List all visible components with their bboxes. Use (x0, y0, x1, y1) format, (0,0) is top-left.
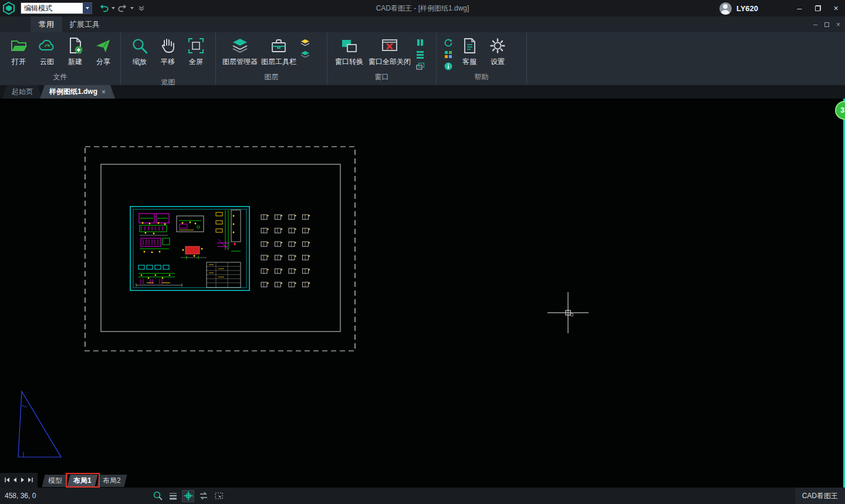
settings-button[interactable]: 设置 (484, 35, 512, 66)
edit-mode-value: 编辑模式 (21, 4, 83, 13)
group-label-help: 帮助 (437, 72, 526, 85)
doc-tab-close-icon[interactable]: × (102, 88, 106, 96)
doc-tab-start-page[interactable]: 起始页 (2, 85, 42, 99)
printable-area-dashed-border (85, 147, 355, 351)
status-zoom-icon[interactable] (151, 490, 164, 502)
ribbon-tab-bar: 常用 扩展工具 – × (0, 16, 845, 32)
layout-tab-bar: 模型 布局1 布局2 (0, 473, 125, 488)
pan-button[interactable]: 平移 (154, 35, 182, 66)
open-button[interactable]: 打开 (5, 35, 33, 66)
redo-dropdown-icon[interactable] (129, 2, 135, 14)
redo-button[interactable] (117, 2, 129, 14)
layer-on-icon[interactable] (299, 38, 311, 48)
fullscreen-icon (186, 35, 206, 56)
layout-tab-nav (0, 473, 38, 488)
prev-tab-button[interactable] (11, 475, 18, 486)
layer-off-icon[interactable] (299, 49, 311, 59)
more-apps-icon[interactable] (442, 49, 454, 59)
cloud-drawing-icon (37, 35, 57, 56)
open-folder-icon (9, 35, 29, 56)
username: LY620 (736, 4, 758, 13)
new-file-icon (65, 35, 85, 56)
combo-dropdown-icon[interactable] (83, 3, 92, 13)
user-avatar-icon (719, 2, 732, 15)
customize-toolbar-icon[interactable] (136, 2, 147, 14)
ribbon-group-file: 打开 云图 新建 分享 (0, 32, 121, 85)
pan-hand-icon (158, 35, 178, 56)
layer-mini-buttons (299, 35, 311, 59)
app-window: 编辑模式 CAD看图王 - [样例图纸1.dwg] LY620 – × (0, 0, 845, 504)
drawing-content (136, 210, 241, 287)
share-button[interactable]: 分享 (89, 35, 117, 66)
ribbon-group-layer: 图层管理器 图层工具栏 图层 (216, 32, 327, 85)
zoom-button[interactable]: 缩放 (126, 35, 154, 77)
customer-service-button[interactable]: 客服 (455, 35, 484, 66)
cascade-windows-icon[interactable] (414, 61, 426, 71)
ribbon-restore-icon[interactable] (824, 22, 829, 27)
cad-drawing-svg (0, 99, 845, 488)
check-update-icon[interactable] (442, 38, 454, 48)
drawing-canvas[interactable]: 33 (0, 99, 845, 488)
symbol-grid (261, 215, 310, 287)
restore-icon (815, 5, 821, 11)
new-file-button[interactable]: 新建 (61, 35, 89, 66)
ribbon-window-controls: – × (813, 16, 840, 32)
layout-tab-model[interactable]: 模型 (42, 475, 68, 487)
layer-manager-button[interactable]: 图层管理器 (221, 35, 259, 66)
layout-tab-layout1[interactable]: 布局1 (67, 475, 97, 487)
window-close-all-icon (380, 35, 400, 56)
settings-gear-icon (488, 35, 508, 56)
window-switch-button[interactable]: 窗口转换 (332, 35, 366, 66)
fullscreen-button[interactable]: 全屏 (182, 35, 210, 66)
help-mini-buttons (442, 35, 454, 71)
crosshair-cursor (547, 292, 589, 333)
window-tile-buttons (414, 35, 426, 71)
last-tab-button[interactable] (27, 475, 34, 486)
quick-access-toolbar (98, 2, 147, 14)
cloud-drawing-button[interactable]: 云图 (33, 35, 61, 66)
chevron-down-icon[interactable] (138, 66, 141, 77)
undo-button[interactable] (98, 2, 110, 14)
layer-manager-icon (230, 35, 250, 56)
restore-button[interactable] (809, 0, 827, 16)
layer-toolbar-button[interactable]: 图层工具栏 (259, 35, 298, 66)
next-tab-button[interactable] (19, 475, 26, 486)
statusbar-tools (151, 488, 225, 504)
ribbon: 打开 云图 新建 分享 (0, 32, 845, 85)
ribbon-group-window: 窗口转换 窗口全部关闭 (327, 32, 437, 85)
tile-vertical-icon[interactable] (414, 38, 426, 48)
doc-tab-drawing[interactable]: 样例图纸1.dwg × (40, 85, 115, 99)
user-account[interactable]: LY620 (719, 0, 758, 16)
paper-border (101, 164, 340, 332)
close-all-windows-button[interactable]: 窗口全部关闭 (366, 35, 413, 66)
tab-extended-tools[interactable]: 扩展工具 (61, 16, 108, 32)
ribbon-group-view: 缩放 平移 全屏 览图 (121, 32, 216, 85)
app-logo-icon (2, 1, 16, 15)
window-switch-icon (339, 35, 359, 56)
group-label-window: 窗口 (327, 72, 436, 85)
tab-common[interactable]: 常用 (31, 16, 62, 32)
status-selection-icon[interactable] (212, 490, 225, 502)
status-crosshair-icon[interactable] (182, 490, 194, 502)
ribbon-minimize-icon[interactable]: – (813, 21, 817, 29)
info-icon[interactable] (442, 61, 454, 71)
undo-dropdown-icon[interactable] (110, 2, 116, 14)
tile-horizontal-icon[interactable] (414, 49, 426, 59)
ribbon-group-help: 客服 设置 帮助 (437, 32, 527, 85)
customer-service-icon (459, 35, 479, 56)
zoom-icon (130, 35, 150, 56)
status-lineweight-icon[interactable] (167, 490, 179, 502)
window-controls: – × (790, 0, 845, 16)
statusbar: 458, 36, 0 CAD看图王 (0, 488, 845, 504)
close-button[interactable]: × (827, 0, 845, 16)
status-snap-icon[interactable] (197, 490, 209, 502)
layout-tab-layout2[interactable]: 布局2 (96, 475, 127, 487)
minimize-button[interactable]: – (790, 0, 809, 16)
window-title: CAD看图王 - [样例图纸1.dwg] (176, 0, 669, 16)
group-label-layer: 图层 (216, 72, 327, 85)
ribbon-close-icon[interactable]: × (836, 21, 840, 29)
first-tab-button[interactable] (4, 475, 11, 486)
edit-mode-select[interactable]: 编辑模式 (21, 2, 92, 14)
group-label-view: 览图 (121, 77, 215, 90)
layer-toolbar-icon (269, 35, 289, 56)
